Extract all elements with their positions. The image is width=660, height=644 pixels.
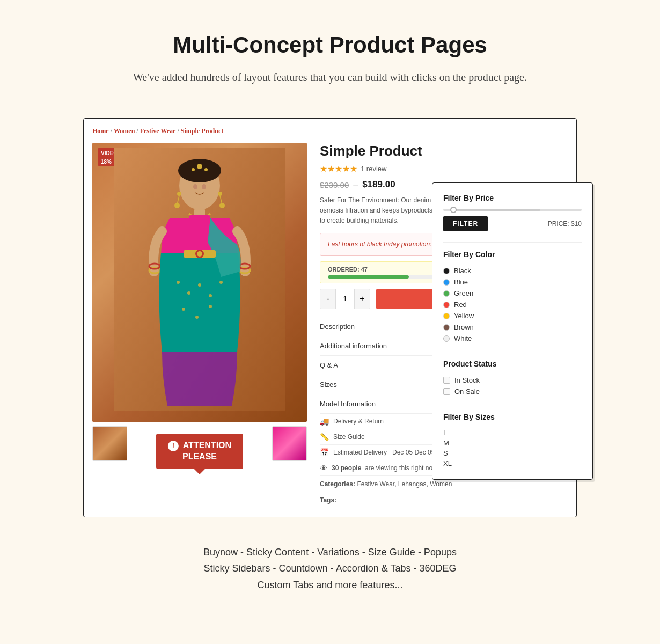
price-new: $189.00 bbox=[362, 179, 395, 190]
color-dot-brown bbox=[443, 324, 450, 331]
size-m[interactable]: M bbox=[443, 438, 582, 448]
progress-fill bbox=[328, 275, 409, 279]
tags-label: Tags: bbox=[320, 496, 336, 504]
product-thumbnails: ! ATTENTION PLEASE bbox=[92, 426, 307, 461]
color-yellow[interactable]: Yellow bbox=[443, 310, 582, 321]
features-line1: Buynow - Sticky Content - Variations - S… bbox=[203, 547, 457, 590]
color-dot-white bbox=[443, 335, 450, 342]
size-guide-icon: 📏 bbox=[320, 433, 329, 441]
status-list: In Stock On Sale bbox=[443, 375, 582, 397]
svg-point-29 bbox=[219, 203, 225, 208]
divider-1 bbox=[443, 242, 582, 243]
categories-values: Festive Wear, Lehangas, Women bbox=[357, 480, 452, 488]
color-list: Black Blue Green Red Yellow Brown bbox=[443, 265, 582, 344]
svg-point-4 bbox=[197, 164, 202, 169]
attention-icon: ! bbox=[168, 441, 179, 451]
svg-point-20 bbox=[219, 281, 223, 284]
color-dot-red bbox=[443, 302, 450, 308]
bottom-features: Buynow - Sticky Content - Variations - S… bbox=[142, 544, 518, 594]
status-on-sale[interactable]: On Sale bbox=[443, 386, 582, 397]
svg-point-17 bbox=[187, 291, 190, 295]
svg-point-27 bbox=[218, 192, 222, 196]
size-s[interactable]: S bbox=[443, 448, 582, 458]
viewers-icon: 👁 bbox=[320, 464, 327, 472]
filter-status-title: Product Status bbox=[443, 360, 582, 368]
product-image-main: VIDEO 18% bbox=[92, 143, 307, 422]
svg-point-19 bbox=[209, 294, 212, 297]
color-blue[interactable]: Blue bbox=[443, 276, 582, 288]
attention-badge: ! ATTENTION PLEASE bbox=[156, 434, 243, 469]
page-title: Multi-Concept Product Pages bbox=[11, 32, 649, 58]
color-red[interactable]: Red bbox=[443, 299, 582, 310]
color-black[interactable]: Black bbox=[443, 265, 582, 276]
filter-controls: FILTER PRICE: $10 bbox=[443, 216, 582, 231]
svg-point-24 bbox=[177, 192, 181, 196]
qty-plus-button[interactable]: + bbox=[355, 289, 370, 309]
size-xl[interactable]: XL bbox=[443, 458, 582, 469]
price-display: PRICE: $10 bbox=[548, 220, 582, 228]
star-rating: ★★★★★ bbox=[320, 164, 357, 174]
svg-point-32 bbox=[197, 251, 202, 257]
checkbox-on-sale bbox=[443, 388, 450, 395]
svg-point-5 bbox=[192, 168, 195, 171]
categories-label: Categories: bbox=[320, 480, 355, 488]
qty-minus-button[interactable]: - bbox=[320, 289, 335, 309]
divider-2 bbox=[443, 352, 582, 352]
tags-row: Tags: bbox=[320, 492, 568, 508]
page-subtitle: We've added hundreds of layout features … bbox=[11, 69, 649, 86]
svg-point-22 bbox=[195, 316, 199, 319]
color-white[interactable]: White bbox=[443, 333, 582, 344]
svg-point-8 bbox=[202, 184, 206, 189]
price-old: $230.00 bbox=[320, 180, 349, 189]
status-in-stock[interactable]: In Stock bbox=[443, 375, 582, 386]
size-l[interactable]: L bbox=[443, 428, 582, 438]
color-dot-yellow bbox=[443, 313, 450, 319]
price-slider[interactable] bbox=[443, 209, 582, 211]
product-image-col: VIDEO 18% bbox=[92, 143, 307, 508]
color-dot-blue bbox=[443, 279, 450, 286]
svg-point-26 bbox=[174, 203, 180, 208]
mockup-wrapper: Home / Women / Festive Wear / Simple Pro… bbox=[83, 118, 577, 517]
breadcrumb: Home / Women / Festive Wear / Simple Pro… bbox=[92, 127, 568, 135]
stars-row: ★★★★★ 1 review bbox=[320, 164, 568, 174]
divider-3 bbox=[443, 405, 582, 405]
delivery-icon: 🚚 bbox=[320, 417, 329, 426]
ordered-count: ORDERED: 47 bbox=[328, 266, 368, 273]
svg-rect-11 bbox=[189, 215, 210, 253]
filter-price-title: Filter By Price bbox=[443, 194, 582, 202]
size-list: L M S XL bbox=[443, 428, 582, 469]
svg-point-6 bbox=[204, 168, 208, 171]
color-green[interactable]: Green bbox=[443, 288, 582, 299]
product-image-svg bbox=[114, 148, 285, 411]
qty-control: - + bbox=[320, 289, 370, 309]
filter-sizes-title: Filter By Sizes bbox=[443, 413, 582, 421]
thumbnail-2[interactable] bbox=[272, 426, 307, 461]
price-slider-fill bbox=[450, 209, 540, 211]
color-dot-green bbox=[443, 290, 450, 297]
discount-badge: 18% bbox=[98, 158, 115, 166]
calendar-icon: 📅 bbox=[320, 448, 329, 457]
color-brown[interactable]: Brown bbox=[443, 321, 582, 333]
qty-input[interactable] bbox=[335, 289, 355, 309]
filter-panel: Filter By Price FILTER PRICE: $10 Filter… bbox=[432, 182, 593, 480]
svg-point-21 bbox=[182, 308, 185, 311]
color-dot-black bbox=[443, 268, 450, 274]
svg-point-3 bbox=[178, 159, 221, 182]
thumbnail-1[interactable] bbox=[92, 426, 127, 461]
price-slider-thumb[interactable] bbox=[450, 207, 457, 213]
checkbox-in-stock bbox=[443, 377, 450, 384]
svg-point-16 bbox=[177, 281, 180, 284]
filter-button[interactable]: FILTER bbox=[443, 216, 488, 231]
svg-point-18 bbox=[198, 283, 201, 287]
svg-point-7 bbox=[193, 184, 197, 189]
filter-color-title: Filter By Color bbox=[443, 250, 582, 259]
review-count[interactable]: 1 review bbox=[361, 165, 386, 173]
countdown-label: Last hours of black friday promotion: bbox=[328, 240, 431, 248]
page-header: Multi-Concept Product Pages We've added … bbox=[0, 0, 660, 102]
product-name: Simple Product bbox=[320, 143, 568, 159]
svg-point-23 bbox=[209, 305, 212, 308]
